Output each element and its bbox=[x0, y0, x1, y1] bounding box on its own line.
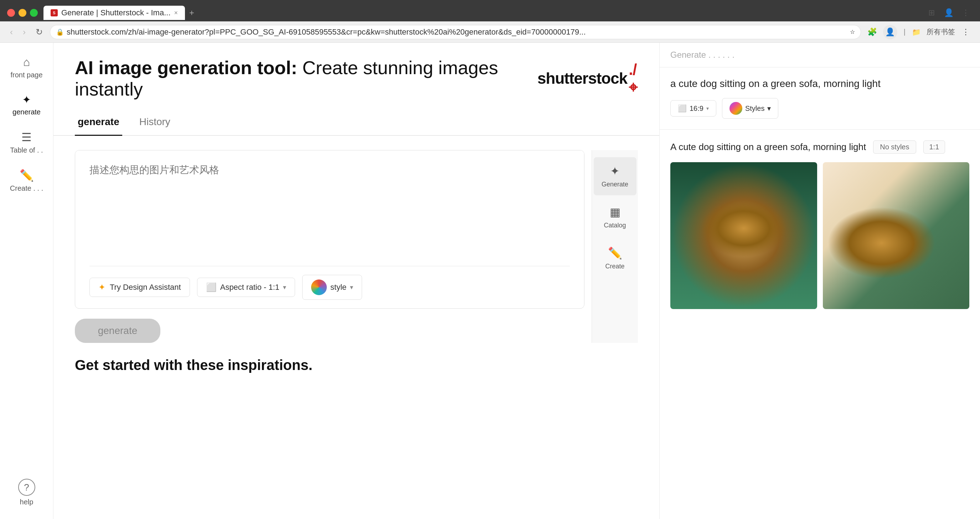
extensions-toolbar-icon[interactable]: 🧩 bbox=[865, 25, 880, 39]
lock-icon: 🔒 bbox=[56, 28, 64, 36]
aspect-ratio-chevron-icon: ▾ bbox=[706, 105, 709, 111]
profile-toolbar-icon[interactable]: 👤 bbox=[883, 25, 897, 39]
aspect-ratio-badge[interactable]: ⬜ 16:9 ▾ bbox=[670, 100, 716, 116]
panel-generate-label: Generate bbox=[601, 181, 628, 188]
style-button[interactable]: style ▾ bbox=[302, 275, 362, 300]
bookmark-icon[interactable]: ☆ bbox=[850, 29, 855, 35]
panel-item-generate[interactable]: ✦ Generate bbox=[594, 157, 636, 195]
browser-chrome: S Generate | Shutterstock - Ima... × + ⊞… bbox=[0, 0, 980, 43]
address-text: shutterstock.com/zh/ai-image-generator?p… bbox=[67, 27, 847, 37]
history-header: Generate . . . . . . bbox=[660, 43, 980, 67]
panel-create-label: Create bbox=[605, 263, 624, 270]
design-assistant-label: Try Design Assistant bbox=[110, 283, 181, 292]
panel-catalog-icon: ▦ bbox=[610, 205, 620, 219]
result-image-1[interactable] bbox=[670, 162, 817, 309]
address-bar[interactable]: 🔒 shutterstock.com/zh/ai-image-generator… bbox=[50, 25, 861, 39]
toolbar-icons: 🧩 👤 | 📁 所有书签 ⋮ bbox=[865, 25, 973, 39]
generate-button[interactable]: generate bbox=[75, 319, 161, 343]
sidebar-item-label-create: Create . . . bbox=[10, 184, 43, 193]
traffic-light-close[interactable] bbox=[7, 9, 15, 17]
app-layout: ⌂ front page ✦ generate ☰ Table of . . ✏… bbox=[0, 43, 980, 519]
menu-icon[interactable]: ⋮ bbox=[959, 6, 973, 20]
styles-badge[interactable]: Styles ▾ bbox=[722, 98, 778, 119]
sidebar-item-create[interactable]: ✏️ Create . . . bbox=[3, 163, 50, 198]
result-header: A cute dog sitting on a green sofa, morn… bbox=[670, 140, 969, 154]
shutterstock-logo: shutterstock ./⌖ bbox=[538, 60, 638, 97]
logo-ai-icon: ./⌖ bbox=[628, 60, 638, 97]
sidebar-nav: ⌂ front page ✦ generate ☰ Table of . . ✏… bbox=[0, 43, 54, 519]
tabs: generate History bbox=[54, 110, 659, 136]
result-section: A cute dog sitting on a green sofa, morn… bbox=[660, 130, 980, 320]
generate-row: generate bbox=[75, 314, 584, 343]
inspirations-section: Get started with these inspirations. bbox=[54, 343, 659, 398]
page-title: AI image generation tool: Create stunnin… bbox=[75, 57, 538, 100]
aspect-ratio-value: 16:9 bbox=[690, 104, 703, 113]
home-icon: ⌂ bbox=[23, 56, 30, 69]
design-assistant-button[interactable]: ✦ Try Design Assistant bbox=[89, 278, 190, 297]
panel-item-create[interactable]: ✏️ Create bbox=[594, 239, 636, 277]
tab-title: Generate | Shutterstock - Ima... bbox=[61, 8, 171, 18]
tab-close-button[interactable]: × bbox=[174, 9, 178, 17]
extensions-icon[interactable]: ⊞ bbox=[924, 6, 939, 20]
more-button[interactable]: ⋮ bbox=[959, 25, 973, 39]
sidebar-item-label-front-page: front page bbox=[10, 71, 42, 79]
history-options: ⬜ 16:9 ▾ Styles ▾ bbox=[670, 98, 969, 119]
sidebar-item-help[interactable]: ? help bbox=[3, 473, 50, 512]
browser-tab-active[interactable]: S Generate | Shutterstock - Ima... × bbox=[43, 6, 185, 20]
result-images bbox=[670, 162, 969, 309]
table-icon: ☰ bbox=[21, 131, 32, 144]
styles-chevron-icon: ▾ bbox=[767, 104, 771, 113]
dog-image-1 bbox=[670, 162, 817, 309]
panel-generate-icon: ✦ bbox=[610, 164, 620, 178]
forward-button[interactable]: › bbox=[20, 25, 29, 38]
sidebar-item-generate[interactable]: ✦ generate bbox=[3, 88, 50, 122]
panel-catalog-label: Catalog bbox=[604, 222, 626, 229]
create-icon: ✏️ bbox=[20, 169, 34, 182]
profile-icon[interactable]: 👤 bbox=[942, 6, 956, 20]
right-panel-nav: ✦ Generate ▦ Catalog ✏️ Create bbox=[592, 150, 638, 343]
styles-label: Styles bbox=[745, 104, 764, 113]
style-chevron-icon: ▾ bbox=[350, 283, 353, 291]
prompt-box: ✦ Try Design Assistant ⬜ Aspect ratio - … bbox=[75, 150, 584, 309]
result-prompt-text: A cute dog sitting on a green sofa, morn… bbox=[670, 142, 866, 153]
sidebar-item-label-help: help bbox=[20, 498, 33, 506]
bookmarks-label: 所有书签 bbox=[926, 27, 955, 37]
sidebar-item-label-table: Table of . . bbox=[10, 146, 43, 154]
traffic-lights bbox=[7, 9, 38, 17]
style-label: style bbox=[330, 283, 346, 292]
inspirations-title: Get started with these inspirations. bbox=[75, 357, 638, 373]
traffic-light-maximize[interactable] bbox=[30, 9, 38, 17]
aspect-ratio-icon: ⬜ bbox=[206, 282, 217, 292]
aspect-ratio-label: Aspect ratio - 1:1 bbox=[220, 283, 279, 292]
sidebar-item-table[interactable]: ☰ Table of . . bbox=[3, 125, 50, 160]
browser-toolbar: ‹ › ↻ 🔒 shutterstock.com/zh/ai-image-gen… bbox=[0, 21, 980, 43]
back-button[interactable]: ‹ bbox=[7, 25, 16, 38]
tab-favicon: S bbox=[51, 9, 58, 16]
page-header: AI image generation tool: Create stunnin… bbox=[54, 43, 659, 110]
sidebar-item-label-generate: generate bbox=[13, 108, 41, 116]
prompt-controls: ✦ Try Design Assistant ⬜ Aspect ratio - … bbox=[75, 266, 584, 308]
aspect-ratio-button[interactable]: ⬜ Aspect ratio - 1:1 ▾ bbox=[197, 278, 295, 297]
chevron-down-icon: ▾ bbox=[283, 283, 286, 291]
traffic-light-minimize[interactable] bbox=[19, 9, 26, 17]
main-content: AI image generation tool: Create stunnin… bbox=[54, 43, 659, 519]
dog-image-2 bbox=[823, 162, 970, 309]
sidebar-item-front-page[interactable]: ⌂ front page bbox=[3, 50, 50, 85]
styles-avatar-icon bbox=[729, 102, 742, 115]
new-tab-button[interactable]: + bbox=[189, 8, 194, 18]
tab-generate[interactable]: generate bbox=[75, 110, 122, 136]
refresh-button[interactable]: ↻ bbox=[33, 25, 46, 38]
panel-item-catalog[interactable]: ▦ Catalog bbox=[594, 198, 636, 236]
prompt-generate-wrapper: ✦ Try Design Assistant ⬜ Aspect ratio - … bbox=[75, 150, 584, 343]
prompt-textarea[interactable] bbox=[75, 150, 584, 264]
result-ratio-badge: 1:1 bbox=[923, 140, 945, 154]
style-picker-icon bbox=[311, 279, 327, 295]
star-icon: ✦ bbox=[99, 282, 105, 292]
panel-create-icon: ✏️ bbox=[608, 246, 622, 260]
tab-bar: S Generate | Shutterstock - Ima... × + bbox=[43, 6, 919, 20]
browser-titlebar: S Generate | Shutterstock - Ima... × + ⊞… bbox=[0, 0, 980, 21]
history-prompt-text: a cute dog sitting on a green sofa, morn… bbox=[670, 78, 969, 89]
history-panel: Generate . . . . . . a cute dog sitting … bbox=[659, 43, 980, 519]
tab-history[interactable]: History bbox=[137, 110, 173, 136]
result-image-2[interactable] bbox=[823, 162, 970, 309]
